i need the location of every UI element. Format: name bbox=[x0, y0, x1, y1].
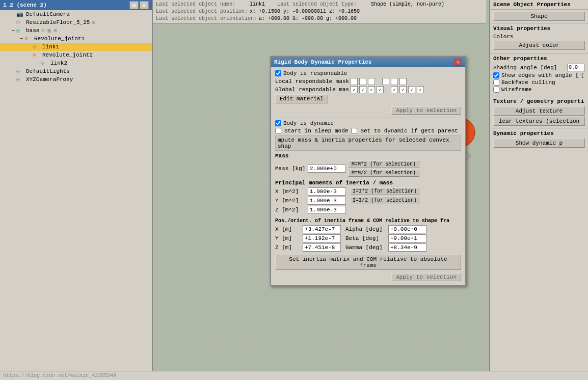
local-mask-cb5[interactable] bbox=[391, 78, 398, 85]
alpha-input[interactable] bbox=[388, 225, 426, 233]
dynamic-parent-checkbox[interactable] bbox=[351, 128, 357, 134]
mass-div2-button[interactable]: M=M/2 (for selection) bbox=[348, 169, 419, 177]
inertia-x2-button[interactable]: I=I*2 (for selection) bbox=[350, 187, 419, 195]
dynamic-properties-section: Dynamic properties Show dynamic p bbox=[490, 128, 588, 150]
sleep-mode-checkbox[interactable] bbox=[275, 128, 281, 134]
tree-item-link2[interactable]: ◇ link2 bbox=[0, 59, 152, 67]
texture-props-header: Texture / geometry properti bbox=[493, 98, 585, 104]
other-props-header: Other properties bbox=[493, 56, 585, 62]
top-status-bar: Last selected object name: link1 Last se… bbox=[153, 0, 486, 24]
tree-item-revolute-joint2[interactable]: ⚙ Revolute_joint2 bbox=[0, 51, 152, 59]
shape-button[interactable]: Shape bbox=[493, 12, 585, 21]
lights-icon: ◎ bbox=[16, 68, 24, 75]
global-mask-cb2[interactable] bbox=[359, 86, 366, 93]
apply-selection-row-2: Apply to selection bbox=[275, 272, 461, 282]
apply-to-selection-button-2[interactable]: Apply to selection bbox=[391, 273, 461, 281]
pos-orient-section: Pos./orient. of inertia frame & COM rela… bbox=[275, 218, 461, 252]
tree-label-resizablefloor: ResizableFloor_5_25 bbox=[26, 19, 90, 25]
global-mask-cb5[interactable] bbox=[391, 86, 398, 93]
x-pos-input[interactable] bbox=[303, 225, 341, 233]
tree-item-base[interactable]: − ◎ base ⊡ ▦ ⊞ bbox=[0, 26, 152, 35]
tree-label-base: base bbox=[26, 28, 39, 34]
tree-item-defaultlights[interactable]: ◎ DefaultLights bbox=[0, 67, 152, 75]
global-mask-cb8[interactable] bbox=[417, 86, 424, 93]
wireframe-checkbox[interactable] bbox=[493, 87, 499, 93]
tree-item-link1[interactable]: ◇ link1 bbox=[0, 43, 152, 51]
separator-1 bbox=[275, 118, 461, 118]
set-inertia-button[interactable]: Set inertia matrix and COM relative to a… bbox=[275, 255, 461, 270]
mass-value-input[interactable] bbox=[308, 165, 346, 173]
rigid-body-dialog: Rigid Body Dynamic Properties ✕ Body is … bbox=[270, 56, 466, 286]
local-mask-cb4[interactable] bbox=[382, 78, 389, 85]
scene-icon-1[interactable]: ▤ bbox=[129, 1, 139, 9]
joint1-icon: ⚙ bbox=[24, 35, 33, 42]
x-inertia-input[interactable] bbox=[308, 187, 346, 196]
right-panel-title: Scene Object Properties bbox=[490, 0, 588, 10]
global-mask-cb1[interactable] bbox=[351, 86, 358, 93]
url-text: https://blog.csdn.net/weixin_42355349 bbox=[3, 373, 116, 378]
y-inertia-input[interactable] bbox=[308, 197, 346, 205]
alpha-label: Alpha [deg] bbox=[345, 226, 386, 232]
body-dynamic-row: Body is dynamic bbox=[275, 120, 461, 126]
last-type-label: Last selected object type: bbox=[277, 1, 369, 8]
global-mask-cb7[interactable] bbox=[408, 86, 415, 93]
other-properties-section: Other properties Shading angle [deg] Sho… bbox=[490, 53, 588, 96]
mass-header: Mass bbox=[275, 153, 461, 159]
adjust-texture-button[interactable]: Adjust texture bbox=[493, 106, 585, 116]
body-respondable-row: Body is respondable bbox=[275, 70, 461, 76]
tree-item-resizablefloor[interactable]: ▭ ResizableFloor_5_25 ⊡ bbox=[0, 18, 152, 26]
beta-input[interactable] bbox=[388, 234, 426, 242]
last-orient-label: Last selected object orientation: bbox=[156, 15, 257, 22]
body-dynamic-checkbox[interactable] bbox=[275, 120, 281, 126]
y-pos-input[interactable] bbox=[303, 234, 341, 242]
wireframe-row: Wireframe bbox=[493, 87, 585, 93]
body-respondable-checkbox[interactable] bbox=[275, 70, 281, 76]
dialog-close-button[interactable]: ✕ bbox=[454, 59, 462, 66]
tree-item-defaultcamera[interactable]: 📷 DefaultCamera bbox=[0, 10, 152, 18]
resizablefloor-icon2: ⊡ bbox=[92, 19, 95, 25]
show-dynamic-button[interactable]: Show dynamic p bbox=[493, 139, 585, 148]
mass-x2-button[interactable]: M=M*2 (for selection) bbox=[348, 160, 419, 168]
tree-item-xyzcameraproxy[interactable]: ◎ XYZCameraProxy bbox=[0, 75, 152, 84]
edit-material-button[interactable]: Edit material bbox=[275, 94, 328, 103]
mass-section: Mass Mass [kg] M=M*2 (for selection) M=M… bbox=[275, 153, 461, 177]
backface-checkbox[interactable] bbox=[493, 79, 499, 86]
z-pos-input[interactable] bbox=[303, 243, 341, 252]
shading-row: Shading angle [deg] bbox=[493, 64, 585, 71]
shading-input[interactable] bbox=[567, 64, 585, 71]
inertia-header: Principal moments of inertia / mass bbox=[275, 180, 461, 186]
camera-icon: 📷 bbox=[16, 11, 24, 18]
global-mask-cb6[interactable] bbox=[399, 86, 407, 93]
global-mask-cb3[interactable] bbox=[368, 86, 375, 93]
tree-label-link2: link2 bbox=[50, 60, 67, 66]
show-edges-checkbox[interactable] bbox=[493, 72, 499, 78]
local-mask-label: Local respondable mask bbox=[275, 78, 349, 85]
inertia-content: X [m^2] Y [m^2] Z [m^2] I=I*2 (for selec… bbox=[275, 187, 461, 215]
local-mask-cb3[interactable] bbox=[368, 78, 375, 85]
adjust-color-button[interactable]: Adjust color bbox=[493, 41, 585, 50]
local-mask-cb1[interactable] bbox=[351, 78, 358, 85]
mass-row: Mass [kg] M=M*2 (for selection) M=M/2 (f… bbox=[275, 160, 461, 177]
z-inertia-input[interactable] bbox=[308, 206, 346, 214]
local-mask-cb6[interactable] bbox=[399, 78, 407, 85]
global-mask-cb4[interactable] bbox=[377, 86, 384, 93]
expand-base[interactable]: − bbox=[10, 28, 16, 34]
local-mask-cb2[interactable] bbox=[359, 78, 366, 85]
beta-label: Beta [deg] bbox=[345, 235, 386, 241]
pos-orient-header: Pos./orient. of inertia frame & COM rela… bbox=[275, 218, 461, 224]
apply-to-selection-button-1[interactable]: Apply to selection bbox=[391, 106, 461, 115]
scene-icon-2[interactable]: ⊞ bbox=[140, 1, 149, 9]
sleep-mode-label: Start in sleep mode bbox=[284, 128, 348, 134]
tree-item-revolute-joint1[interactable]: − ⚙ Revolute_joint1 bbox=[0, 35, 152, 43]
compute-row[interactable]: mpute mass & inertia properties for sele… bbox=[275, 135, 461, 151]
tree-label-link1: link1 bbox=[42, 44, 59, 50]
x-m-label: X [m] bbox=[275, 226, 301, 232]
inertia-div2-button[interactable]: I=I/2 (for selection) bbox=[350, 197, 419, 204]
gamma-input[interactable] bbox=[388, 243, 426, 252]
dialog-title-bar[interactable]: Rigid Body Dynamic Properties ✕ bbox=[271, 57, 465, 67]
clear-textures-button[interactable]: lear textures (selection bbox=[493, 117, 585, 126]
sleep-dynamic-row: Start in sleep mode Set to dynamic if ge… bbox=[275, 128, 461, 134]
expand-revolute-joint1[interactable]: − bbox=[18, 36, 24, 42]
body-respondable-label: Body is respondable bbox=[283, 70, 347, 76]
z-m-label: Z [m] bbox=[275, 245, 301, 251]
